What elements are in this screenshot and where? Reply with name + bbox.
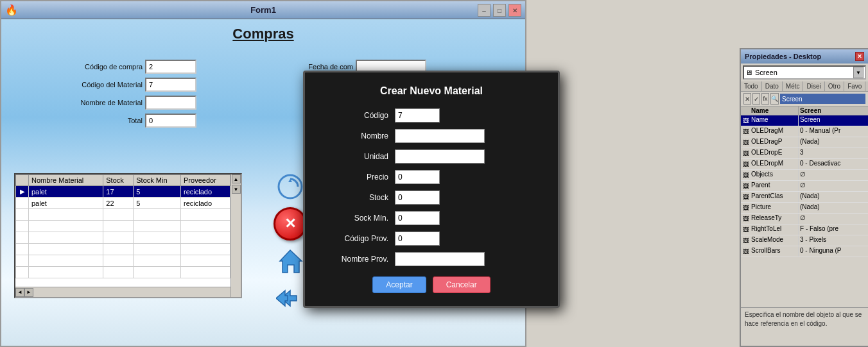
total-input[interactable] bbox=[145, 114, 196, 128]
row-stock: 22 bbox=[103, 198, 134, 209]
table-vscroll[interactable]: ▲ ▼ bbox=[230, 174, 241, 297]
props-tabs: Todo Dato Métc Disei Otro Favo bbox=[741, 81, 868, 92]
row-stock: 17 bbox=[103, 186, 134, 198]
aceptar-button[interactable]: Aceptar bbox=[372, 276, 426, 293]
modal-codigoprov-input[interactable] bbox=[395, 232, 440, 246]
modal-nombreprov-input[interactable] bbox=[395, 252, 485, 266]
props-check-button[interactable]: ✓ bbox=[752, 93, 760, 105]
props-dropdown[interactable]: 🖥 Screen ▼ bbox=[743, 65, 866, 80]
props-row[interactable]: 🖼 Picture (Nada) bbox=[741, 203, 868, 214]
props-titlebar: Propiedades - Desktop ✕ bbox=[741, 49, 868, 63]
nombre-material-label: Nombre de Material bbox=[14, 96, 143, 110]
modal-stock-input[interactable] bbox=[395, 190, 440, 205]
row-indicator: ▶ bbox=[16, 186, 29, 198]
table-row[interactable]: ▶ palet 17 5 reciclado bbox=[16, 186, 230, 198]
form1-window: 🔥 Form1 – □ ✕ Compras Código de compra F… bbox=[0, 0, 526, 347]
modal-unidad-input[interactable] bbox=[395, 149, 485, 164]
props-row-name: Objects bbox=[750, 170, 799, 180]
refresh-button[interactable] bbox=[273, 170, 307, 203]
props-row-value: Screen bbox=[799, 115, 868, 126]
props-row[interactable]: 🖼 ScrollBars 0 - Ninguna (P bbox=[741, 246, 868, 257]
tab-disei[interactable]: Disei bbox=[803, 81, 824, 91]
props-search-input[interactable] bbox=[780, 94, 865, 104]
data-table-container: Nombre Material Stock Stock Min Proveedo… bbox=[14, 173, 242, 298]
props-row-name: OLEDragM bbox=[750, 126, 799, 137]
modal-title: Crear Nuevo Material bbox=[318, 85, 545, 97]
props-row-icon: 🖼 bbox=[741, 170, 750, 180]
home-button[interactable] bbox=[273, 244, 307, 278]
dropdown-arrow-icon[interactable]: ▼ bbox=[853, 67, 864, 78]
total-label: Total bbox=[14, 114, 143, 128]
modal-codigoprov-row: Código Prov. bbox=[318, 232, 545, 246]
modal-stock-label: Stock bbox=[318, 193, 395, 202]
props-row[interactable]: 🖼 OLEDragM 0 - Manual (Pr bbox=[741, 126, 868, 137]
modal-nombre-input[interactable] bbox=[395, 129, 485, 143]
nombre-material-input[interactable] bbox=[145, 96, 196, 110]
props-row[interactable]: 🖼 RightToLel F - Falso (pre bbox=[741, 224, 868, 235]
tab-todo[interactable]: Todo bbox=[741, 81, 762, 91]
modal-codigo-row: Código bbox=[318, 108, 545, 123]
props-row-icon: 🖼 bbox=[741, 203, 750, 213]
tab-otro[interactable]: Otro bbox=[825, 81, 844, 91]
proveedor-col: Proveedor bbox=[181, 175, 230, 186]
table-row-empty bbox=[16, 221, 230, 232]
window-title: Form1 bbox=[250, 5, 276, 15]
table-hscroll[interactable]: ◄ ► bbox=[15, 287, 230, 297]
props-row[interactable]: 🖼 ParentClas (Nada) bbox=[741, 192, 868, 203]
props-x-button[interactable]: ✕ bbox=[743, 93, 751, 105]
props-row-icon: 🖼 bbox=[741, 126, 750, 137]
maximize-button[interactable]: □ bbox=[493, 4, 506, 17]
props-row[interactable]: 🖼 Name Screen bbox=[741, 115, 868, 126]
modal-unidad-label: Unidad bbox=[318, 152, 395, 161]
props-row-name: ScrollBars bbox=[750, 246, 799, 257]
modal-codigo-input[interactable] bbox=[395, 108, 440, 123]
props-row-value: (Nada) bbox=[799, 203, 868, 213]
modal-codigo-label: Código bbox=[318, 111, 395, 120]
props-close-button[interactable]: ✕ bbox=[855, 52, 864, 61]
table-row-empty bbox=[16, 267, 230, 278]
value-col-header: Screen bbox=[799, 106, 868, 115]
compras-content: Compras Código de compra Fecha de com Có… bbox=[1, 19, 525, 346]
props-row[interactable]: 🖼 ReleaseTy ∅ bbox=[741, 214, 868, 224]
materials-table: Nombre Material Stock Stock Min Proveedo… bbox=[15, 174, 230, 278]
tab-favo[interactable]: Favo bbox=[844, 81, 865, 91]
props-row-value: F - Falso (pre bbox=[799, 224, 868, 235]
row-nombre: palet bbox=[29, 186, 103, 198]
props-row-icon: 🖼 bbox=[741, 137, 750, 148]
props-search-button[interactable]: 🔍 bbox=[770, 93, 779, 105]
props-row[interactable]: 🖼 OLEDropE 3 bbox=[741, 148, 868, 159]
table-row[interactable]: palet 22 5 reciclado bbox=[16, 198, 230, 209]
props-row-value: 3 - Pixels bbox=[799, 235, 868, 246]
close-button[interactable]: ✕ bbox=[508, 4, 521, 17]
tab-dato[interactable]: Dato bbox=[762, 81, 783, 91]
props-row-value: ∅ bbox=[799, 214, 868, 224]
props-fx-button[interactable]: fx bbox=[761, 93, 769, 105]
tab-metc[interactable]: Métc bbox=[783, 81, 804, 91]
props-row-name: ScaleMode bbox=[750, 235, 799, 246]
props-row[interactable]: 🖼 Objects ∅ bbox=[741, 170, 868, 181]
nombre-material-col: Nombre Material bbox=[29, 175, 103, 186]
codigo-material-input[interactable] bbox=[145, 78, 196, 92]
props-row[interactable]: 🖼 Parent ∅ bbox=[741, 181, 868, 192]
modal-precio-input[interactable] bbox=[395, 170, 440, 184]
props-row[interactable]: 🖼 OLEDropM 0 - Desactivac bbox=[741, 159, 868, 170]
minimize-button[interactable]: – bbox=[478, 4, 490, 17]
delete-button[interactable]: ✕ bbox=[273, 207, 307, 241]
row-proveedor: reciclado bbox=[181, 198, 230, 209]
window-titlebar: 🔥 Form1 – □ ✕ bbox=[1, 1, 525, 19]
svg-marker-1 bbox=[280, 250, 302, 273]
props-row[interactable]: 🖼 ScaleMode 3 - Pixels bbox=[741, 235, 868, 246]
codigo-compra-input[interactable] bbox=[145, 60, 196, 74]
props-row-value: 0 - Ninguna (P bbox=[799, 246, 868, 257]
props-row-name: Picture bbox=[750, 203, 799, 213]
stock-min-col: Stock Min bbox=[134, 175, 181, 186]
props-row-value: 0 - Desactivac bbox=[799, 159, 868, 169]
cancelar-button[interactable]: Cancelar bbox=[433, 276, 490, 293]
modal-sockmin-label: Sock Mín. bbox=[318, 214, 395, 223]
props-row-name: OLEDropM bbox=[750, 159, 799, 169]
modal-sockmin-input[interactable] bbox=[395, 211, 440, 225]
props-row[interactable]: 🖼 OLEDragP (Nada) bbox=[741, 137, 868, 148]
back-button[interactable] bbox=[273, 282, 307, 315]
icon-col-header bbox=[741, 106, 750, 115]
modal-codigoprov-label: Código Prov. bbox=[318, 234, 395, 243]
